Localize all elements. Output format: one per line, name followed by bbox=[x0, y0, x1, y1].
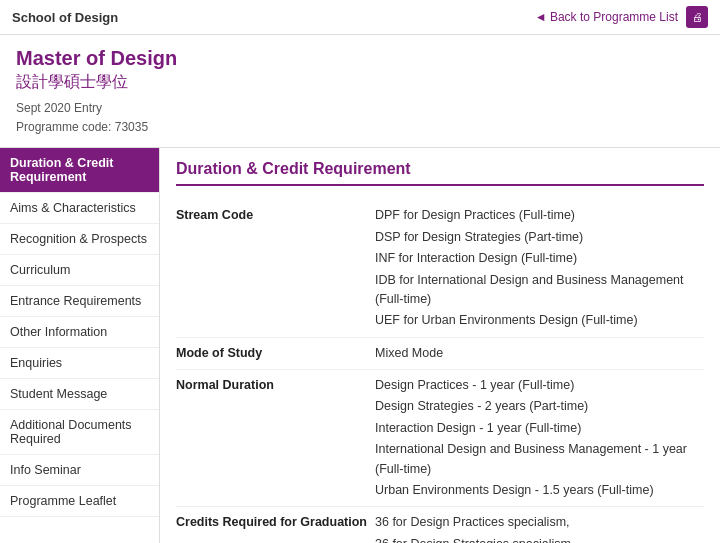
programme-code: Programme code: 73035 bbox=[16, 120, 148, 134]
value-line: Design Practices - 1 year (Full-time) bbox=[375, 376, 696, 395]
row-label-2: Normal Duration bbox=[176, 370, 375, 507]
school-title: School of Design bbox=[12, 10, 118, 25]
table-row: Stream CodeDPF for Design Practices (Ful… bbox=[176, 200, 704, 337]
value-line: DSP for Design Strategies (Part-time) bbox=[375, 228, 696, 247]
row-value-2: Design Practices - 1 year (Full-time)Des… bbox=[375, 370, 704, 507]
sidebar-item-3[interactable]: Curriculum bbox=[0, 255, 159, 286]
info-table: Stream CodeDPF for Design Practices (Ful… bbox=[176, 200, 704, 543]
value-line: 36 for Design Strategies specialism, bbox=[375, 535, 696, 543]
value-line: UEF for Urban Environments Design (Full-… bbox=[375, 311, 696, 330]
top-header: School of Design ◄ Back to Programme Lis… bbox=[0, 0, 720, 35]
sidebar-item-8[interactable]: Additional Documents Required bbox=[0, 410, 159, 455]
row-value-0: DPF for Design Practices (Full-time)DSP … bbox=[375, 200, 704, 337]
sidebar-item-7[interactable]: Student Message bbox=[0, 379, 159, 410]
value-line: INF for Interaction Design (Full-time) bbox=[375, 249, 696, 268]
back-to-list-link[interactable]: ◄ Back to Programme List bbox=[535, 10, 678, 24]
value-line: Interaction Design - 1 year (Full-time) bbox=[375, 419, 696, 438]
row-value-1: Mixed Mode bbox=[375, 337, 704, 369]
table-row: Mode of StudyMixed Mode bbox=[176, 337, 704, 369]
sidebar-item-5[interactable]: Other Information bbox=[0, 317, 159, 348]
sidebar-item-0[interactable]: Duration & Credit Requirement bbox=[0, 148, 159, 193]
sidebar-item-2[interactable]: Recognition & Prospects bbox=[0, 224, 159, 255]
row-label-0: Stream Code bbox=[176, 200, 375, 337]
value-line: IDB for International Design and Busines… bbox=[375, 271, 696, 310]
value-line: 36 for Design Practices specialism, bbox=[375, 513, 696, 532]
table-row: Normal DurationDesign Practices - 1 year… bbox=[176, 370, 704, 507]
programme-title-en: Master of Design bbox=[16, 47, 704, 70]
row-label-1: Mode of Study bbox=[176, 337, 375, 369]
programme-entry: Sept 2020 Entry bbox=[16, 101, 102, 115]
sidebar-item-1[interactable]: Aims & Characteristics bbox=[0, 193, 159, 224]
row-label-3: Credits Required for Graduation bbox=[176, 507, 375, 543]
row-value-3: 36 for Design Practices specialism,36 fo… bbox=[375, 507, 704, 543]
value-line: DPF for Design Practices (Full-time) bbox=[375, 206, 696, 225]
main-layout: Duration & Credit RequirementAims & Char… bbox=[0, 148, 720, 543]
table-row: Credits Required for Graduation36 for De… bbox=[176, 507, 704, 543]
programme-header: Master of Design 設計學碩士學位 Sept 2020 Entry… bbox=[0, 35, 720, 148]
printer-icon[interactable]: 🖨 bbox=[686, 6, 708, 28]
sidebar-item-10[interactable]: Programme Leaflet bbox=[0, 486, 159, 517]
sidebar-item-6[interactable]: Enquiries bbox=[0, 348, 159, 379]
value-line: Mixed Mode bbox=[375, 344, 696, 363]
sidebar-item-9[interactable]: Info Seminar bbox=[0, 455, 159, 486]
value-line: International Design and Business Manage… bbox=[375, 440, 696, 479]
value-line: Urban Environments Design - 1.5 years (F… bbox=[375, 481, 696, 500]
programme-meta: Sept 2020 Entry Programme code: 73035 bbox=[16, 99, 704, 137]
sidebar-item-4[interactable]: Entrance Requirements bbox=[0, 286, 159, 317]
sidebar: Duration & Credit RequirementAims & Char… bbox=[0, 148, 160, 543]
programme-title-zh: 設計學碩士學位 bbox=[16, 72, 704, 93]
value-line: Design Strategies - 2 years (Part-time) bbox=[375, 397, 696, 416]
header-right: ◄ Back to Programme List 🖨 bbox=[535, 6, 708, 28]
section-title: Duration & Credit Requirement bbox=[176, 160, 704, 186]
content-area: Duration & Credit Requirement Stream Cod… bbox=[160, 148, 720, 543]
